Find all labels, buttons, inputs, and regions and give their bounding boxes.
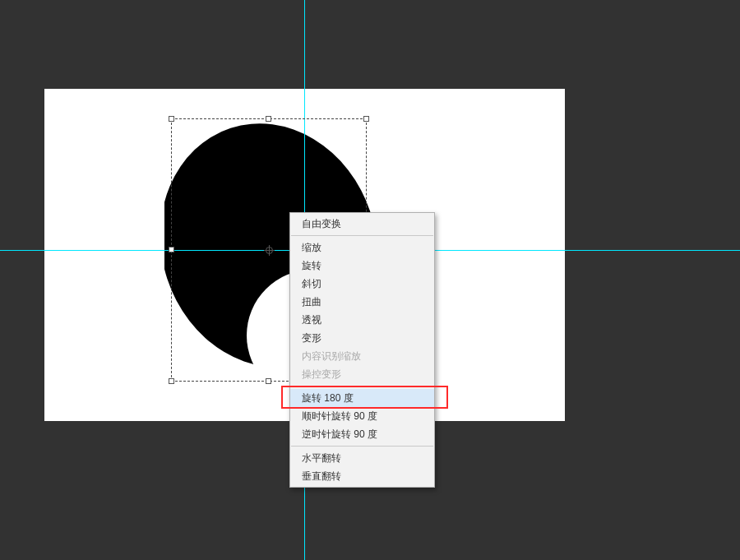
handle-sw[interactable] — [169, 378, 174, 384]
handle-nw[interactable] — [169, 116, 174, 122]
menu-item-perspective[interactable]: 透视 — [290, 311, 434, 329]
transform-center-icon — [264, 245, 275, 256]
menu-separator — [291, 386, 433, 386]
menu-item-flip_h[interactable]: 水平翻转 — [290, 449, 434, 467]
menu-item-rotate[interactable]: 旋转 — [290, 257, 434, 275]
menu-item-skew[interactable]: 斜切 — [290, 275, 434, 293]
menu-item-rotate_90_ccw[interactable]: 逆时针旋转 90 度 — [290, 425, 434, 443]
handle-w[interactable] — [169, 247, 174, 252]
menu-item-warp[interactable]: 变形 — [290, 329, 434, 347]
handle-ne[interactable] — [363, 116, 369, 122]
menu-item-free_transform[interactable]: 自由变换 — [290, 215, 434, 233]
menu-separator — [291, 235, 433, 236]
menu-item-rotate_90_cw[interactable]: 顺时针旋转 90 度 — [290, 407, 434, 425]
handle-s[interactable] — [266, 378, 271, 384]
menu-item-content_aware_scale: 内容识别缩放 — [290, 347, 434, 365]
menu-item-rotate_180[interactable]: 旋转 180 度 — [290, 389, 434, 407]
app-stage: 自由变换缩放旋转斜切扭曲透视变形内容识别缩放操控变形旋转 180 度顺时针旋转 … — [0, 0, 740, 560]
menu-item-flip_v[interactable]: 垂直翻转 — [290, 467, 434, 485]
transform-context-menu[interactable]: 自由变换缩放旋转斜切扭曲透视变形内容识别缩放操控变形旋转 180 度顺时针旋转 … — [289, 212, 435, 488]
handle-n[interactable] — [266, 116, 271, 122]
menu-separator — [291, 446, 433, 447]
menu-item-distort[interactable]: 扭曲 — [290, 293, 434, 311]
menu-item-puppet_warp: 操控变形 — [290, 365, 434, 383]
menu-item-scale[interactable]: 缩放 — [290, 238, 434, 257]
